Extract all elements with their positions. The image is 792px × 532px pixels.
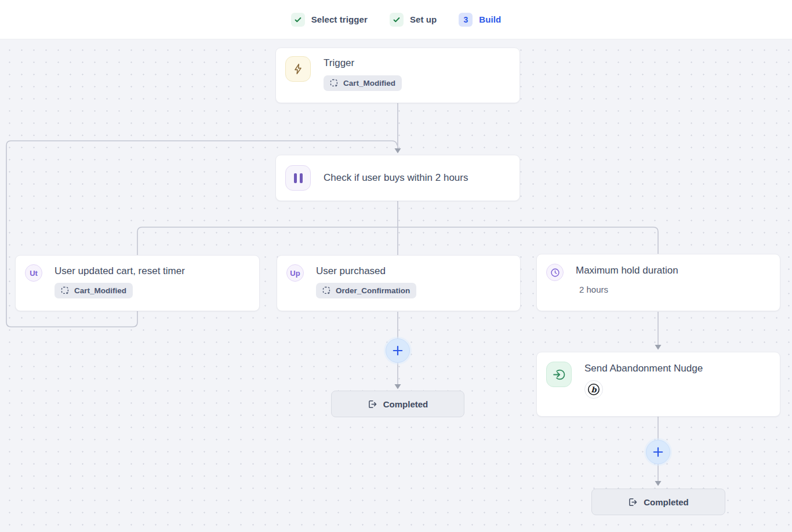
node-max-hold-duration[interactable]: Maximum hold duration 2 hours [536,254,780,311]
hold-duration-value: 2 hours [579,284,678,296]
completed-terminal[interactable]: Completed [591,489,725,515]
step-label: Build [479,14,501,24]
step-label: Select trigger [311,14,368,24]
exit-icon [368,399,377,409]
exit-icon [628,497,638,507]
pause-icon [285,165,311,191]
custom-event-icon [330,79,339,88]
plus-icon [392,345,404,356]
node-trigger[interactable]: Trigger Cart_Modified [275,48,520,103]
step-build[interactable]: 3 Build [459,13,501,27]
completed-terminal[interactable]: Completed [331,391,464,417]
node-title: Trigger [324,56,402,70]
node-title: Maximum hold duration [576,264,678,278]
node-user-purchased[interactable]: Up User purchased Order_Confirmation [277,255,521,311]
wizard-steps: Select trigger Set up 3 Build [0,0,792,39]
initials-badge: Up [286,264,304,282]
node-check-wait[interactable]: Check if user buys within 2 hours [275,155,520,201]
custom-event-icon [322,286,331,295]
event-tag[interactable]: Cart_Modified [55,283,133,298]
node-title: Send Abandonment Nudge [584,362,703,376]
terminal-label: Completed [383,399,428,409]
step-number-badge: 3 [459,13,473,27]
event-tag[interactable]: Cart_Modified [324,75,402,91]
initials-badge: Ut [25,264,42,282]
add-step-button[interactable] [646,440,670,464]
custom-event-icon [61,286,70,295]
enter-circle-icon [546,362,572,387]
node-title: User purchased [316,264,416,278]
node-send-abandonment-nudge[interactable]: Send Abandonment Nudge b [536,352,780,417]
step-select-trigger[interactable]: Select trigger [291,13,368,27]
channel-brand-logo: b [584,380,603,399]
terminal-label: Completed [644,497,689,507]
event-tag-label: Order_Confirmation [336,286,410,295]
add-step-button[interactable] [386,338,410,363]
plus-icon [652,446,664,458]
event-tag-label: Cart_Modified [343,79,395,88]
step-set-up[interactable]: Set up [390,13,437,27]
check-icon [390,13,404,27]
node-title: Check if user buys within 2 hours [324,171,468,185]
step-label: Set up [410,14,437,24]
check-icon [291,13,305,27]
node-title: User updated cart, reset timer [55,264,185,278]
event-tag[interactable]: Order_Confirmation [316,283,416,298]
svg-text:b: b [591,385,597,394]
node-user-updated-cart[interactable]: Ut User updated cart, reset timer Cart_M… [15,255,260,311]
event-tag-label: Cart_Modified [74,286,126,295]
clock-icon [546,264,564,281]
lightning-bolt-icon [285,56,311,82]
